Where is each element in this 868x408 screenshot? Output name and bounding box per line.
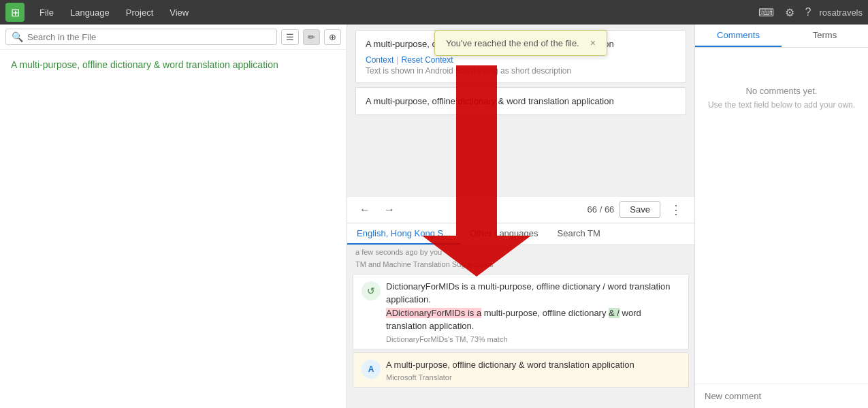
- reset-context-label[interactable]: Reset Context: [401, 55, 453, 65]
- context-label[interactable]: Context: [366, 55, 393, 65]
- help-icon[interactable]: ?: [803, 3, 814, 21]
- tm-card-1[interactable]: ↺ DictionaryForMIDs is a multi-purpose, …: [353, 274, 689, 349]
- toast-notification: You've reached the end of the file. ×: [434, 30, 607, 56]
- user-name: rosatravels: [819, 7, 863, 18]
- new-comment-input[interactable]: [705, 391, 858, 401]
- keyboard-icon[interactable]: ⌨: [756, 3, 777, 22]
- tab-comments[interactable]: Comments: [695, 25, 782, 47]
- segment-options-button[interactable]: ⋮: [666, 201, 686, 219]
- search-input-wrap[interactable]: 🔍: [5, 29, 277, 45]
- right-tabs: Comments Terms: [695, 25, 868, 48]
- tm-diff-prefix: ADictionaryForMIDs is a: [386, 308, 481, 318]
- settings-icon[interactable]: ⚙: [782, 3, 797, 22]
- menu-view[interactable]: View: [163, 5, 195, 20]
- toast-message: You've reached the end of the file.: [446, 38, 579, 48]
- left-panel: 🔍 ☰ ✏ ⊕ A multi-purpose, offline diction…: [0, 25, 347, 408]
- right-body: No comments yet. Use the text field belo…: [695, 48, 868, 227]
- tab-terms[interactable]: Terms: [782, 25, 868, 47]
- tm-content-2: A multi-purpose, offline dictionary & wo…: [386, 358, 680, 382]
- right-panel: Comments Terms No comments yet. Use the …: [694, 25, 868, 408]
- left-content: A multi-purpose, offline dictionary & wo…: [0, 50, 347, 80]
- toast-close-button[interactable]: ×: [590, 37, 596, 48]
- menu-project[interactable]: Project: [119, 5, 160, 20]
- tm-body: a few seconds ago by you TM and Machine …: [347, 245, 694, 409]
- search-input[interactable]: [27, 32, 271, 42]
- tm-timestamp: a few seconds ago by you: [347, 245, 694, 257]
- context-bar: Context | Reset Context: [366, 55, 676, 65]
- left-toolbar: 🔍 ☰ ✏ ⊕: [0, 25, 347, 50]
- tm-content-1: DictionaryForMIDs is a multi-purpose, of…: [386, 280, 680, 343]
- tm-main-text-1: DictionaryForMIDs is a multi-purpose, of…: [386, 280, 680, 307]
- source-text: A multi-purpose, offline dictionary & wo…: [11, 58, 336, 72]
- tab-other-languages[interactable]: Other Languages: [460, 223, 547, 245]
- tm-main-text-2: A multi-purpose, offline dictionary & wo…: [386, 358, 680, 372]
- center-panel: You've reached the end of the file. × A …: [347, 25, 694, 408]
- segment-nav: ← → 66 / 66 Save ⋮: [347, 196, 694, 223]
- tm-card-2[interactable]: A A multi-purpose, offline dictionary & …: [353, 352, 689, 388]
- tm-icon-2: A: [361, 360, 381, 379]
- no-comments-text: No comments yet.: [746, 86, 818, 96]
- menu-file[interactable]: File: [33, 5, 61, 20]
- tm-icon-1: ↺: [361, 281, 381, 300]
- tm-source-2: Microsoft Translator: [386, 373, 680, 381]
- tm-section-label: TM and Machine Translation Suggestions: [347, 257, 694, 271]
- menu-bar: ⊞ File Language Project View ⌨ ⚙ ? rosat…: [0, 0, 868, 25]
- filter-button[interactable]: ⊕: [324, 29, 341, 45]
- segment-text-2: A multi-purpose, offline dictionary & wo…: [366, 95, 676, 108]
- page-info: 66 / 66: [588, 204, 615, 215]
- search-icon: 🔍: [12, 31, 23, 42]
- tm-source-1: DictionaryForMIDs's TM, 73% match: [386, 335, 680, 343]
- tm-diff-middle: & /: [609, 308, 620, 318]
- app-logo[interactable]: ⊞: [5, 3, 25, 22]
- no-comments-sub: Use the text field below to add your own…: [708, 100, 855, 110]
- main-layout: 🔍 ☰ ✏ ⊕ A multi-purpose, offline diction…: [0, 25, 868, 408]
- tm-diff-text-1: ADictionaryForMIDs is a multi-purpose, o…: [386, 307, 680, 333]
- context-desc: Text is shown in Android Store listing a…: [366, 66, 676, 76]
- save-button[interactable]: Save: [620, 201, 660, 218]
- tm-tabs: English, Hong Kong S... Other Languages …: [347, 223, 694, 245]
- tab-english-hk[interactable]: English, Hong Kong S...: [347, 223, 460, 245]
- list-view-button[interactable]: ☰: [281, 29, 299, 45]
- segment-card-2: A multi-purpose, offline dictionary & wo…: [355, 87, 686, 116]
- new-comment-bar[interactable]: [695, 383, 868, 408]
- next-segment-button[interactable]: →: [380, 202, 399, 217]
- prev-segment-button[interactable]: ←: [355, 202, 374, 217]
- tab-search-tm[interactable]: Search TM: [548, 223, 610, 245]
- edit-button[interactable]: ✏: [303, 29, 320, 45]
- menu-language[interactable]: Language: [63, 5, 116, 20]
